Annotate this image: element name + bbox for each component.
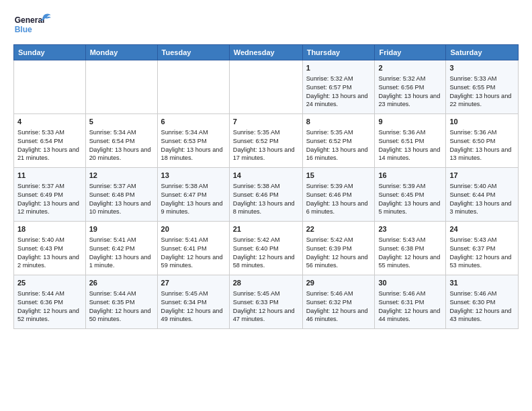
table-row: 1Sunrise: 5:32 AM Sunset: 6:57 PM Daylig… [302,60,375,114]
day-info: Sunrise: 5:42 AM Sunset: 6:39 PM Dayligh… [306,236,371,271]
col-wednesday: Wednesday [229,45,302,60]
day-number: 13 [161,171,226,181]
header: General Blue [13,11,519,38]
day-number: 26 [89,278,154,288]
table-row: 19Sunrise: 5:41 AM Sunset: 6:42 PM Dayli… [85,222,157,275]
day-info: Sunrise: 5:33 AM Sunset: 6:54 PM Dayligh… [17,128,82,163]
day-info: Sunrise: 5:34 AM Sunset: 6:53 PM Dayligh… [161,128,226,163]
day-number: 3 [449,63,515,73]
day-number: 2 [378,63,442,73]
table-row [85,60,157,114]
calendar-week-row: 18Sunrise: 5:40 AM Sunset: 6:43 PM Dayli… [14,222,519,275]
table-row: 6Sunrise: 5:34 AM Sunset: 6:53 PM Daylig… [157,114,229,168]
table-row: 15Sunrise: 5:39 AM Sunset: 6:46 PM Dayli… [302,168,375,222]
day-number: 15 [306,171,371,181]
day-number: 4 [17,117,82,127]
table-row [14,60,86,114]
calendar-week-row: 4Sunrise: 5:33 AM Sunset: 6:54 PM Daylig… [14,114,519,168]
calendar-week-row: 1Sunrise: 5:32 AM Sunset: 6:57 PM Daylig… [14,60,519,114]
day-info: Sunrise: 5:41 AM Sunset: 6:41 PM Dayligh… [161,236,226,271]
table-row: 28Sunrise: 5:45 AM Sunset: 6:33 PM Dayli… [229,275,302,329]
table-row: 8Sunrise: 5:35 AM Sunset: 6:52 PM Daylig… [302,114,375,168]
day-info: Sunrise: 5:32 AM Sunset: 6:56 PM Dayligh… [378,75,442,109]
day-info: Sunrise: 5:39 AM Sunset: 6:45 PM Dayligh… [378,182,442,217]
day-info: Sunrise: 5:45 AM Sunset: 6:33 PM Dayligh… [233,289,299,324]
table-row: 24Sunrise: 5:43 AM Sunset: 6:37 PM Dayli… [446,222,519,275]
day-number: 22 [306,224,371,234]
day-number: 21 [233,224,299,234]
day-info: Sunrise: 5:32 AM Sunset: 6:57 PM Dayligh… [306,75,371,109]
day-info: Sunrise: 5:46 AM Sunset: 6:30 PM Dayligh… [449,289,515,324]
day-number: 7 [233,117,299,127]
table-row: 13Sunrise: 5:38 AM Sunset: 6:47 PM Dayli… [157,168,229,222]
day-number: 10 [449,117,515,127]
day-info: Sunrise: 5:46 AM Sunset: 6:31 PM Dayligh… [378,289,442,324]
table-row: 27Sunrise: 5:45 AM Sunset: 6:34 PM Dayli… [157,275,229,329]
table-row: 14Sunrise: 5:38 AM Sunset: 6:46 PM Dayli… [229,168,302,222]
table-row: 16Sunrise: 5:39 AM Sunset: 6:45 PM Dayli… [375,168,446,222]
day-number: 29 [306,278,371,288]
day-info: Sunrise: 5:40 AM Sunset: 6:43 PM Dayligh… [17,236,82,271]
table-row: 9Sunrise: 5:36 AM Sunset: 6:51 PM Daylig… [375,114,446,168]
table-row: 26Sunrise: 5:44 AM Sunset: 6:35 PM Dayli… [85,275,157,329]
day-info: Sunrise: 5:44 AM Sunset: 6:35 PM Dayligh… [89,289,154,324]
day-number: 5 [89,117,154,127]
day-number: 24 [449,224,515,234]
day-number: 14 [233,171,299,181]
day-number: 28 [233,278,299,288]
day-number: 11 [17,171,82,181]
table-row: 17Sunrise: 5:40 AM Sunset: 6:44 PM Dayli… [446,168,519,222]
table-row: 31Sunrise: 5:46 AM Sunset: 6:30 PM Dayli… [446,275,519,329]
day-info: Sunrise: 5:37 AM Sunset: 6:49 PM Dayligh… [17,182,82,217]
day-info: Sunrise: 5:33 AM Sunset: 6:55 PM Dayligh… [449,75,515,109]
table-row: 23Sunrise: 5:43 AM Sunset: 6:38 PM Dayli… [375,222,446,275]
day-info: Sunrise: 5:40 AM Sunset: 6:44 PM Dayligh… [449,182,515,217]
calendar-week-row: 11Sunrise: 5:37 AM Sunset: 6:49 PM Dayli… [14,168,519,222]
day-number: 9 [378,117,442,127]
table-row [229,60,302,114]
table-row: 25Sunrise: 5:44 AM Sunset: 6:36 PM Dayli… [14,275,86,329]
day-info: Sunrise: 5:35 AM Sunset: 6:52 PM Dayligh… [233,128,299,163]
day-number: 20 [161,224,226,234]
day-number: 31 [449,278,515,288]
table-row: 20Sunrise: 5:41 AM Sunset: 6:41 PM Dayli… [157,222,229,275]
day-number: 23 [378,224,442,234]
day-info: Sunrise: 5:45 AM Sunset: 6:34 PM Dayligh… [161,289,226,324]
day-number: 16 [378,171,442,181]
day-info: Sunrise: 5:43 AM Sunset: 6:37 PM Dayligh… [449,236,515,271]
table-row: 11Sunrise: 5:37 AM Sunset: 6:49 PM Dayli… [14,168,86,222]
logo: General Blue [13,11,54,38]
day-number: 19 [89,224,154,234]
col-friday: Friday [375,45,446,60]
table-row [157,60,229,114]
table-row: 5Sunrise: 5:34 AM Sunset: 6:54 PM Daylig… [85,114,157,168]
day-info: Sunrise: 5:35 AM Sunset: 6:52 PM Dayligh… [306,128,371,163]
col-monday: Monday [85,45,157,60]
table-row: 30Sunrise: 5:46 AM Sunset: 6:31 PM Dayli… [375,275,446,329]
day-info: Sunrise: 5:34 AM Sunset: 6:54 PM Dayligh… [89,128,154,163]
col-sunday: Sunday [14,45,86,60]
calendar-header-row: Sunday Monday Tuesday Wednesday Thursday… [14,45,519,60]
day-number: 18 [17,224,82,234]
day-info: Sunrise: 5:41 AM Sunset: 6:42 PM Dayligh… [89,236,154,271]
table-row: 21Sunrise: 5:42 AM Sunset: 6:40 PM Dayli… [229,222,302,275]
day-info: Sunrise: 5:38 AM Sunset: 6:47 PM Dayligh… [161,182,226,217]
table-row: 22Sunrise: 5:42 AM Sunset: 6:39 PM Dayli… [302,222,375,275]
day-info: Sunrise: 5:42 AM Sunset: 6:40 PM Dayligh… [233,236,299,271]
page: General Blue Sunday Monday Tuesday Wedne… [0,0,532,411]
col-thursday: Thursday [302,45,375,60]
day-info: Sunrise: 5:36 AM Sunset: 6:50 PM Dayligh… [449,128,515,163]
table-row: 3Sunrise: 5:33 AM Sunset: 6:55 PM Daylig… [446,60,519,114]
day-info: Sunrise: 5:37 AM Sunset: 6:48 PM Dayligh… [89,182,154,217]
logo-svg: General Blue [13,11,54,38]
svg-text:General: General [15,15,45,25]
day-number: 17 [449,171,515,181]
table-row: 4Sunrise: 5:33 AM Sunset: 6:54 PM Daylig… [14,114,86,168]
day-info: Sunrise: 5:39 AM Sunset: 6:46 PM Dayligh… [306,182,371,217]
col-tuesday: Tuesday [157,45,229,60]
day-number: 6 [161,117,226,127]
day-info: Sunrise: 5:36 AM Sunset: 6:51 PM Dayligh… [378,128,442,163]
table-row: 18Sunrise: 5:40 AM Sunset: 6:43 PM Dayli… [14,222,86,275]
calendar-week-row: 25Sunrise: 5:44 AM Sunset: 6:36 PM Dayli… [14,275,519,329]
day-number: 1 [306,63,371,73]
